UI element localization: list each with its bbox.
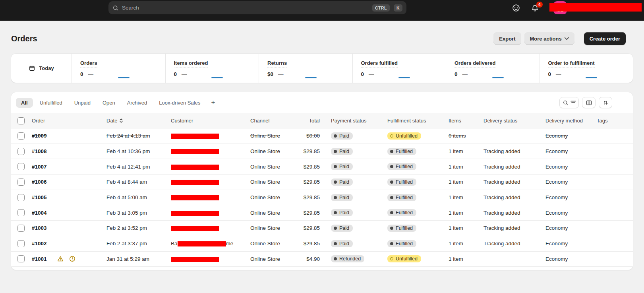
metric-label[interactable]: Orders fulfilled (361, 60, 398, 68)
more-actions-button[interactable]: More actions (524, 32, 574, 45)
metric-card[interactable]: Orders 0 — (72, 54, 165, 83)
total-cell: $29.85 (304, 179, 320, 185)
filter-icon (571, 100, 576, 105)
create-order-button[interactable]: Create order (584, 32, 626, 45)
select-all-checkbox[interactable] (17, 117, 25, 124)
items-cell: 0 items (449, 133, 466, 139)
order-number-link[interactable]: #1005 (32, 194, 47, 200)
order-number-link[interactable]: #1004 (32, 210, 47, 216)
total-cell: $29.85 (304, 194, 320, 200)
view-tab-all[interactable]: All (16, 98, 33, 108)
order-number-link[interactable]: #1009 (32, 133, 47, 139)
view-tab-loox-driven-sales[interactable]: Loox-driven Sales (154, 98, 205, 108)
row-checkbox[interactable] (17, 225, 25, 232)
calendar-icon (29, 65, 35, 72)
delivery-status-cell: Tracking added (483, 210, 520, 216)
channel-cell: Online Store (250, 164, 280, 170)
metric-delta: — (556, 71, 561, 77)
view-tab-unpaid[interactable]: Unpaid (69, 98, 96, 108)
row-checkbox[interactable] (17, 255, 25, 262)
metric-label[interactable]: Order to fulfillment (548, 60, 595, 68)
delivery-status-cell: Tracking added (483, 164, 520, 170)
order-row[interactable]: #1006 Feb 4 at 8:44 am Online Store $29.… (11, 175, 633, 190)
metric-card[interactable]: Items ordered 0 — (165, 54, 259, 83)
customer-cell (171, 179, 250, 185)
metric-label[interactable]: Returns (267, 60, 287, 68)
add-view-button[interactable]: + (207, 98, 219, 107)
stats-bar: Today Orders 0 — Items ordered 0 — Retur… (11, 54, 633, 83)
order-row[interactable]: #1002 Feb 2 at 3:37 pm Bame Online Store… (11, 236, 633, 252)
order-row[interactable]: #1007 Feb 4 at 12:41 pm Online Store $29… (11, 159, 633, 175)
row-checkbox[interactable] (17, 194, 25, 201)
store-menu[interactable]: MB (549, 0, 641, 16)
warning-circle-icon (69, 256, 75, 262)
view-tab-archived[interactable]: Archived (122, 98, 153, 108)
metric-card[interactable]: Returns $0 — (259, 54, 352, 83)
row-checkbox[interactable] (17, 163, 25, 170)
fulfillment-status-badge: Fulfilled (387, 209, 416, 216)
redaction-bar (549, 3, 642, 12)
metric-label[interactable]: Items ordered (174, 60, 208, 68)
date-cell: Jan 31 at 5:29 am (106, 256, 149, 262)
payment-status-badge: Paid (331, 179, 353, 186)
payment-status-badge: Refunded (331, 255, 364, 262)
items-cell: 1 item (449, 241, 463, 246)
items-cell: 1 item (449, 164, 463, 170)
order-row[interactable]: #1009 Feb 24 at 4:13 am Online Store $0.… (11, 128, 633, 144)
payment-status-badge: Paid (331, 148, 353, 155)
redaction-bar (171, 195, 219, 200)
customer-cell (171, 164, 250, 170)
order-number-link[interactable]: #1006 (32, 179, 47, 185)
order-row[interactable]: #1008 Feb 4 at 10:36 pm Online Store $29… (11, 144, 633, 159)
date-cell: Feb 2 at 3:37 pm (106, 241, 147, 246)
view-tab-open[interactable]: Open (97, 98, 120, 108)
chevron-down-icon (565, 37, 569, 40)
order-number-link[interactable]: #1001 (32, 256, 47, 262)
status-dot (390, 134, 393, 138)
order-row[interactable]: #1001 Jan 31 at 5:29 am Online Store $4.… (11, 252, 633, 267)
date-cell: Feb 4 at 10:36 pm (106, 148, 150, 154)
search-bar[interactable]: Search CTRL K (108, 1, 406, 14)
metric-card[interactable]: Order to fulfillment 0 — (540, 54, 633, 83)
export-button[interactable]: Export (493, 32, 521, 45)
view-tab-unfulfilled[interactable]: Unfulfilled (35, 98, 68, 108)
total-cell: $0.00 (306, 133, 320, 139)
items-cell: 1 item (449, 148, 463, 154)
items-cell: 1 item (449, 210, 463, 216)
order-number-link[interactable]: #1003 (32, 225, 47, 231)
warning-triangle-icon (57, 256, 64, 262)
order-number-link[interactable]: #1002 (32, 241, 47, 246)
row-checkbox[interactable] (17, 179, 25, 186)
row-checkbox[interactable] (17, 148, 25, 155)
topbar-actions: 4 MB (512, 0, 641, 16)
customer-cell (171, 194, 250, 200)
sidekick-button[interactable] (512, 4, 520, 12)
items-cell: 1 item (449, 225, 463, 231)
order-row[interactable]: #1003 Feb 2 at 3:52 pm Online Store $29.… (11, 221, 633, 236)
search-filter-button[interactable] (559, 97, 579, 108)
metric-card[interactable]: Orders delivered 0 — (446, 54, 540, 83)
row-checkbox[interactable] (17, 240, 25, 247)
order-number-link[interactable]: #1007 (32, 164, 47, 170)
channel-cell: Online Store (250, 241, 280, 246)
order-number-link[interactable]: #1008 (32, 148, 47, 154)
column-header-date[interactable]: Date (106, 118, 171, 124)
row-checkbox[interactable] (17, 132, 25, 140)
status-dot (334, 257, 337, 260)
fulfillment-status-badge: Fulfilled (387, 240, 416, 247)
more-actions-label: More actions (530, 36, 562, 42)
items-cell: 1 item (449, 194, 463, 200)
order-row[interactable]: #1004 Feb 3 at 3:05 pm Online Store $29.… (11, 205, 633, 221)
notifications-button[interactable]: 4 (531, 4, 539, 12)
sort-button[interactable] (599, 97, 612, 108)
view-tools (559, 97, 612, 108)
order-row[interactable]: #1005 Feb 4 at 5:00 am Online Store $29.… (11, 190, 633, 206)
metric-label[interactable]: Orders (80, 60, 97, 68)
date-range-button[interactable]: Today (11, 54, 72, 83)
date-range-label: Today (39, 65, 54, 71)
metric-label[interactable]: Orders delivered (454, 60, 495, 68)
row-checkbox[interactable] (17, 209, 25, 216)
column-header-items: Items (449, 118, 483, 124)
columns-button[interactable] (582, 97, 596, 108)
metric-card[interactable]: Orders fulfilled 0 — (352, 54, 446, 83)
